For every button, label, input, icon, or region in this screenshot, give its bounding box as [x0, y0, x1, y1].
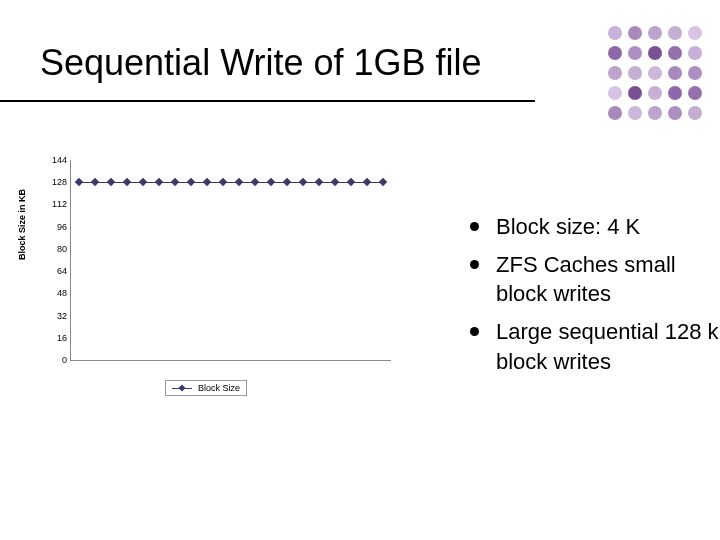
data-marker — [363, 178, 371, 186]
y-tick-label: 144 — [37, 155, 71, 165]
data-marker — [379, 178, 387, 186]
legend-label: Block Size — [198, 383, 240, 393]
y-tick-label: 32 — [37, 311, 71, 321]
data-marker — [123, 178, 131, 186]
data-marker — [235, 178, 243, 186]
y-tick-label: 128 — [37, 177, 71, 187]
bullet-item: ZFS Caches small block writes — [470, 250, 720, 309]
data-marker — [155, 178, 163, 186]
data-marker — [187, 178, 195, 186]
y-axis-label: Block Size in KB — [17, 189, 27, 260]
bullet-item: Large sequential 128 k block writes — [470, 317, 720, 376]
legend-marker-icon — [172, 384, 192, 392]
bullet-item: Block size: 4 K — [470, 212, 720, 242]
title-underline — [0, 100, 535, 102]
legend: Block Size — [165, 380, 247, 396]
y-tick-label: 64 — [37, 266, 71, 276]
data-marker — [219, 178, 227, 186]
data-marker — [331, 178, 339, 186]
data-marker — [267, 178, 275, 186]
data-marker — [283, 178, 291, 186]
page-title: Sequential Write of 1GB file — [40, 42, 482, 84]
chart: Block Size in KB 0163248648096112128144 … — [35, 160, 405, 390]
y-tick-label: 80 — [37, 244, 71, 254]
y-tick-label: 96 — [37, 222, 71, 232]
y-tick-label: 16 — [37, 333, 71, 343]
decorative-dots — [608, 26, 702, 120]
plot-area: 0163248648096112128144 — [70, 160, 391, 361]
slide: Sequential Write of 1GB file Block Size … — [0, 0, 720, 540]
y-tick-label: 112 — [37, 199, 71, 209]
data-marker — [251, 178, 259, 186]
data-marker — [315, 178, 323, 186]
data-marker — [203, 178, 211, 186]
data-marker — [299, 178, 307, 186]
y-tick-label: 48 — [37, 288, 71, 298]
data-marker — [75, 178, 83, 186]
data-marker — [171, 178, 179, 186]
y-tick-label: 0 — [37, 355, 71, 365]
data-marker — [107, 178, 115, 186]
data-marker — [347, 178, 355, 186]
bullet-list: Block size: 4 KZFS Caches small block wr… — [430, 212, 720, 384]
data-marker — [139, 178, 147, 186]
data-marker — [91, 178, 99, 186]
